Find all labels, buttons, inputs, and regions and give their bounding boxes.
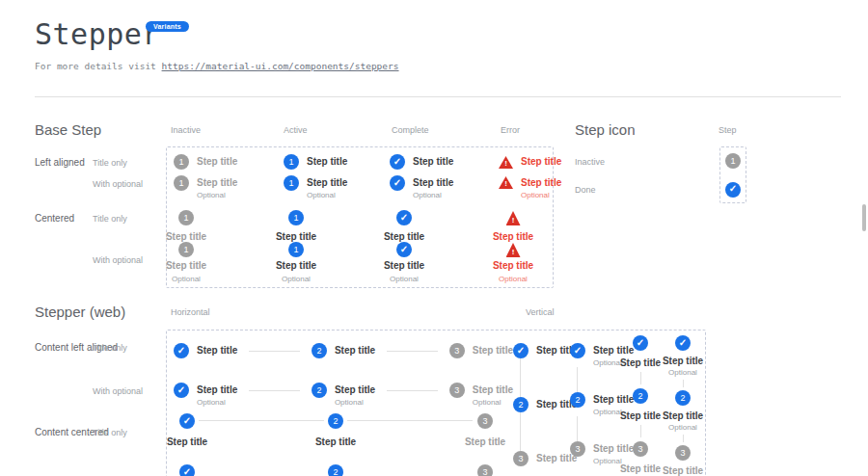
horizontal-stepper-with-optional: ✓ Step titleOptional 2 Step titleOptiona… <box>174 383 513 407</box>
step-optional: Optional <box>282 275 311 283</box>
step-optional: Optional <box>521 191 561 199</box>
step-number-icon: 2 <box>312 383 327 398</box>
step-number-icon: 3 <box>477 464 493 476</box>
step-title: Step title <box>663 411 703 421</box>
horizontal-stepper-title-only: ✓ Step title 2 Step title 3 Step title <box>174 343 513 358</box>
step-complete: ✓ Step title <box>174 343 237 358</box>
check-icon: ✓ <box>390 175 405 191</box>
step-title: Step title <box>663 466 703 476</box>
step-title: Step title <box>521 154 561 170</box>
step-optional: Optional <box>197 191 237 199</box>
step-connector <box>249 351 300 352</box>
header-divider <box>35 96 841 97</box>
step-optional: Optional <box>413 191 453 199</box>
step-connector <box>199 420 324 421</box>
step-connector <box>577 416 578 441</box>
step-connector <box>520 358 521 397</box>
step-active-centered: 2 Step title <box>309 413 363 447</box>
step-title: Step title <box>473 383 513 398</box>
step-title: Step title <box>335 383 375 398</box>
step-number-icon: 2 <box>633 388 648 404</box>
stepper-web-heading: Stepper (web) <box>35 304 125 320</box>
step-inactive-left-optional: 1 Step titleOptional <box>174 175 237 199</box>
step-title: Step title <box>197 383 237 398</box>
step-title: Step title <box>315 437 356 447</box>
row-label-with-optional-3: With optional <box>93 386 143 396</box>
step-title: Step title <box>197 175 237 191</box>
row-label-done: Done <box>575 185 596 195</box>
step-active-centered: 1 Step title <box>267 210 325 242</box>
step-complete-centered-optional: ✓ Step title Optional <box>375 242 433 283</box>
step-title: Step title <box>384 232 424 242</box>
check-icon: ✓ <box>675 335 691 351</box>
step-complete-left-optional: ✓ Step titleOptional <box>390 175 453 199</box>
step-active: 2 Step titleOptional <box>312 383 375 407</box>
step-error-left-optional: ! Step titleOptional <box>499 175 561 199</box>
check-icon: ✓ <box>633 335 648 351</box>
step-title: Step title <box>307 175 347 191</box>
material-ui-link[interactable]: https://material-ui.com/components/stepp… <box>162 61 399 71</box>
step-optional: Optional <box>668 423 697 432</box>
step-optional: Optional <box>307 191 347 199</box>
step-optional: Optional <box>390 275 419 283</box>
step-inactive-centered: 1 Step title <box>157 210 215 242</box>
step-title: Step title <box>276 232 316 242</box>
step-number-icon: 3 <box>477 413 493 429</box>
column-header-error: Error <box>501 125 520 135</box>
vertical-stepper-centered-optional: ✓ Step title Optional 2 Step title Optio… <box>662 335 704 476</box>
step-active: 2 Step title <box>513 397 577 412</box>
step-title: Step title <box>413 154 453 170</box>
check-icon: ✓ <box>390 154 405 170</box>
step-connector <box>387 390 438 391</box>
step-complete: ✓ Step titleOptional <box>174 383 237 407</box>
check-icon: ✓ <box>179 464 195 476</box>
step-number-icon: 3 <box>570 441 585 457</box>
step-connector <box>577 367 578 392</box>
base-step-heading: Base Step <box>35 121 101 138</box>
step-number-icon: 2 <box>328 464 343 476</box>
check-icon: ✓ <box>174 383 189 398</box>
step-connector <box>683 380 684 387</box>
step-active-left-optional: 1 Step titleOptional <box>284 175 347 199</box>
step-title: Step title <box>620 411 661 421</box>
row-label-with-optional: With optional <box>93 179 143 189</box>
step-complete-left: ✓ Step title <box>390 154 453 170</box>
step-connector <box>520 412 521 451</box>
step-number-icon: 1 <box>178 242 194 257</box>
warning-icon: ! <box>506 243 521 257</box>
subtitle-text: For more details visit <box>35 61 162 71</box>
step-connector <box>640 372 641 384</box>
step-complete: ✓ Step title <box>513 343 577 358</box>
step-number-icon: 2 <box>513 397 529 412</box>
step-title: Step title <box>384 261 424 271</box>
step-title: Step title <box>166 261 206 271</box>
step-active: 2 Step title <box>312 343 375 358</box>
step-title: Step title <box>335 343 375 358</box>
step-inactive: 3 Step title <box>513 451 577 466</box>
row-label-inactive: Inactive <box>575 157 605 167</box>
step-number-icon: 2 <box>312 343 327 358</box>
step-optional: Optional <box>668 368 697 377</box>
vertical-stepper-centered: ✓ Step title 2 Step title 3 Step title <box>619 335 662 474</box>
step-number-icon: 1 <box>174 175 189 191</box>
step-title: Step title <box>620 464 661 474</box>
step-number-icon: 3 <box>449 343 465 358</box>
step-number-icon: 1 <box>178 210 194 225</box>
scrollbar-thumb[interactable] <box>862 204 866 231</box>
step-number-icon: 3 <box>675 445 691 461</box>
row-label-title-only-2: Title only <box>93 214 127 224</box>
row-label-with-optional-2: With optional <box>93 255 143 265</box>
step-connector <box>683 435 684 442</box>
step-inactive-left: 1 Step title <box>174 154 237 170</box>
step-title: Step title <box>620 358 661 368</box>
step-title: Step title <box>521 175 561 191</box>
row-label-title-only-3: Title only <box>93 343 127 353</box>
step-optional: Optional <box>172 275 201 283</box>
step-inactive: 3 Step title <box>449 343 513 358</box>
step-number-icon: 1 <box>284 154 299 170</box>
check-icon: ✓ <box>570 343 585 358</box>
check-icon: ✓ <box>396 210 412 225</box>
step-connector <box>640 425 641 437</box>
check-icon: ✓ <box>174 343 189 358</box>
step-active-left: 1 Step title <box>284 154 347 170</box>
